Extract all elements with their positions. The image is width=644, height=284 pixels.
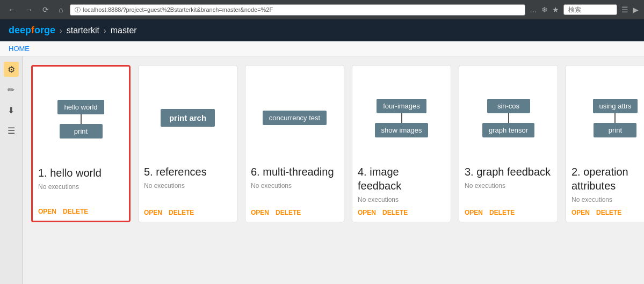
sidebar: ⚙ ✏ ⬇ ☰: [0, 56, 23, 284]
card-6-diagram: using attrs print: [571, 71, 644, 165]
pipeline-card-1[interactable]: hello world print 1. hello world No exec…: [31, 65, 131, 222]
diagram-nodes-5: sin-cos graph tensor: [482, 99, 534, 137]
address-bar[interactable]: ⓘ localhost:8888/?project=guest%2Bstarte…: [70, 4, 525, 16]
sep-1: ›: [60, 26, 62, 35]
card-5-delete-button[interactable]: DELETE: [489, 209, 515, 216]
back-button[interactable]: ←: [5, 4, 18, 15]
card-6-open-button[interactable]: OPEN: [571, 209, 590, 216]
diagram-line-4: [401, 113, 402, 123]
breadcrumb-nav: HOME: [0, 41, 644, 56]
breadcrumb-starterkit[interactable]: starterkit: [67, 26, 99, 35]
breadcrumb-master[interactable]: master: [111, 26, 137, 35]
main-content: hello world print 1. hello world No exec…: [23, 56, 644, 284]
card-2-executions: No executions: [144, 182, 231, 190]
app-header: deepforge › starterkit › master: [0, 19, 644, 41]
sep-2: ›: [104, 26, 106, 35]
home-link[interactable]: HOME: [9, 45, 30, 53]
node-sin-cos: sin-cos: [487, 99, 530, 113]
card-1-executions: No executions: [38, 183, 124, 191]
cards-grid: hello world print 1. hello world No exec…: [31, 65, 635, 222]
diagram-line-6: [614, 113, 616, 123]
card-3-actions: OPEN DELETE: [251, 209, 338, 216]
more-button[interactable]: …: [530, 5, 537, 14]
card-6-title: 2. operation attributes: [571, 165, 644, 193]
card-4-title: 4. image feedback: [358, 165, 445, 193]
pipeline-card-5[interactable]: sin-cos graph tensor 3. graph feedback N…: [459, 65, 558, 222]
diagram-line-1: [81, 114, 82, 124]
card-2-delete-button[interactable]: DELETE: [169, 209, 194, 216]
card-1-diagram: hello world print: [38, 72, 124, 166]
node-graph-tensor: graph tensor: [482, 123, 534, 137]
node-print-arch: print arch: [161, 109, 215, 127]
card-6-actions: OPEN DELETE: [571, 209, 644, 216]
pipeline-card-6[interactable]: using attrs print 2. operation attribute…: [566, 65, 644, 222]
card-1-delete-button[interactable]: DELETE: [63, 208, 88, 215]
card-2-open-button[interactable]: OPEN: [144, 209, 162, 216]
diagram-nodes-1: hello world print: [57, 100, 104, 139]
browser-chrome: ← → ⟳ ⌂ ⓘ localhost:8888/?project=guest%…: [0, 0, 644, 19]
pipeline-card-4[interactable]: four-images show images 4. image feedbac…: [352, 65, 451, 222]
url-text: localhost:8888/?project=guest%2Bstarterk…: [83, 6, 273, 13]
card-5-open-button[interactable]: OPEN: [465, 209, 483, 216]
card-3-delete-button[interactable]: DELETE: [276, 209, 301, 216]
node-concurrency-test: concurrency test: [263, 111, 327, 125]
node-show-images: show images: [375, 123, 429, 137]
node-four-images: four-images: [377, 99, 426, 113]
card-5-diagram: sin-cos graph tensor: [465, 71, 552, 165]
node-print-6: print: [594, 123, 636, 137]
card-2-diagram: print arch: [144, 71, 231, 165]
sidebar-icon-download[interactable]: ⬇: [4, 103, 19, 118]
sidebar-icon-tools[interactable]: ⚙: [4, 62, 19, 77]
card-1-open-button[interactable]: OPEN: [38, 208, 56, 215]
home-button[interactable]: ⌂: [56, 4, 66, 15]
sidebar-toggle[interactable]: ☰: [621, 5, 628, 14]
refresh-button[interactable]: ⟳: [40, 4, 52, 15]
node-using-attrs: using attrs: [593, 99, 638, 113]
node-print-1: print: [60, 124, 103, 139]
bookmark-button[interactable]: ★: [552, 5, 559, 14]
sidebar-icon-edit[interactable]: ✏: [4, 82, 19, 97]
card-4-delete-button[interactable]: DELETE: [382, 209, 408, 216]
card-2-title: 5. references: [144, 165, 231, 179]
diagram-nodes-4: four-images show images: [375, 99, 429, 137]
card-5-actions: OPEN DELETE: [465, 209, 552, 216]
pipeline-card-3[interactable]: concurrency test 6. multi-threading No e…: [245, 65, 344, 222]
node-hello-world: hello world: [57, 100, 104, 114]
card-4-open-button[interactable]: OPEN: [358, 209, 376, 216]
card-4-executions: No executions: [358, 196, 445, 203]
card-5-executions: No executions: [465, 182, 552, 190]
search-input[interactable]: [563, 4, 617, 15]
card-1-title: 1. hello world: [38, 166, 124, 180]
card-5-title: 3. graph feedback: [465, 165, 552, 179]
app-logo: deepforge: [9, 25, 55, 36]
pipeline-card-2[interactable]: print arch 5. references No executions O…: [138, 65, 237, 222]
card-3-title: 6. multi-threading: [251, 165, 338, 179]
card-6-executions: No executions: [571, 196, 644, 203]
card-3-executions: No executions: [251, 182, 338, 190]
card-3-diagram: concurrency test: [251, 71, 338, 165]
card-6-delete-button[interactable]: DELETE: [596, 209, 621, 216]
view-toggle[interactable]: ▶: [633, 5, 639, 14]
card-4-diagram: four-images show images: [358, 71, 445, 165]
diagram-nodes-6: using attrs print: [593, 99, 638, 137]
forward-button[interactable]: →: [23, 4, 35, 15]
pocket-button[interactable]: ❄: [541, 5, 548, 14]
card-4-actions: OPEN DELETE: [358, 209, 445, 216]
diagram-line-5: [508, 113, 509, 123]
card-2-actions: OPEN DELETE: [144, 209, 231, 216]
card-1-actions: OPEN DELETE: [38, 208, 124, 215]
app-body: ⚙ ✏ ⬇ ☰ hello world print 1. hello world…: [0, 56, 644, 284]
card-3-open-button[interactable]: OPEN: [251, 209, 269, 216]
sidebar-icon-menu[interactable]: ☰: [4, 123, 19, 138]
